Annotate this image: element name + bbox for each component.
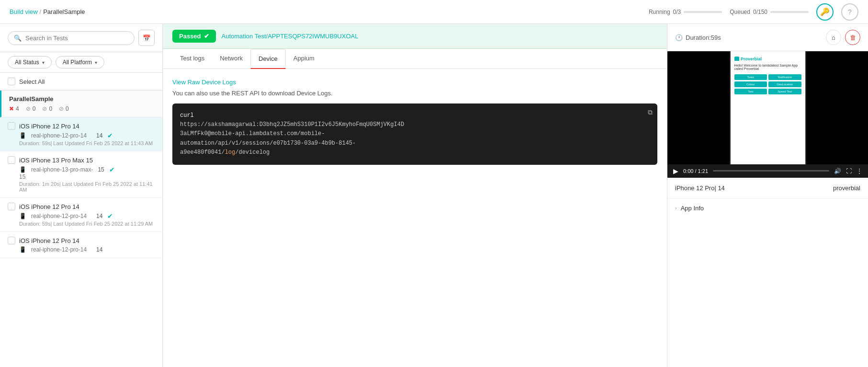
tab-network[interactable]: Network — [212, 49, 250, 69]
more-button[interactable]: ⋮ — [857, 168, 862, 174]
ios-version: 14 — [96, 246, 102, 253]
search-input-wrap: 🔍 — [8, 31, 135, 45]
test-meta-2: 15 — [8, 173, 155, 180]
video-controls: ▶ 0:00 / 1:21 🔊 ⛶ ⋮ — [667, 164, 868, 178]
key-button[interactable]: 🔑 — [816, 3, 834, 21]
running-badge: Running 0/3 — [649, 9, 722, 15]
group-warn1-stat: ⊘ 0 — [26, 105, 36, 112]
center-panel: Passed ✔ Automation Test/APPTESQPS72IWMU… — [163, 24, 667, 367]
right-panel-actions: ⌂ 🗑 — [826, 30, 860, 45]
group-error-stat: ✖ 4 — [9, 105, 19, 112]
fullscreen-button[interactable]: ⛶ — [846, 168, 852, 174]
warn2-icon: ⊘ — [42, 105, 47, 112]
group-stats: ✖ 4 ⊘ 0 ⊘ 0 ⊘ 0 — [9, 105, 155, 112]
test-name: iOS iPhone 13 Pro Max 15 — [19, 157, 93, 164]
device-icon: 📱 — [19, 166, 26, 173]
list-item[interactable]: iOS iPhone 12 Pro 14 📱 real-iphone-12-pr… — [0, 117, 162, 151]
code-line-4: automation/api/v1/sessions/e07b1730-03a9… — [180, 139, 650, 148]
warn3-count: 0 — [66, 105, 69, 112]
group-header: ParallelSample ✖ 4 ⊘ 0 ⊘ 0 ⊘ — [0, 91, 162, 117]
list-item[interactable]: iOS iPhone 12 Pro 14 📱 real-iphone-12-pr… — [0, 232, 162, 258]
test-checkbox[interactable] — [8, 203, 15, 210]
filter-bar: All Status ▾ All Platform ▾ — [0, 52, 162, 73]
volume-button[interactable]: 🔊 — [834, 168, 841, 174]
svg-rect-0 — [734, 57, 739, 61]
select-all-row: Select All — [0, 73, 162, 91]
copy-button[interactable]: ⧉ — [648, 108, 653, 116]
code-block: ⧉ curl https://sakshamagarwal:D3bhq2JZ5m… — [172, 103, 657, 165]
calendar-button[interactable]: 📅 — [138, 30, 155, 46]
view-raw-link[interactable]: View Raw Device Logs — [172, 79, 657, 86]
device-icon: 📱 — [19, 246, 26, 253]
breadcrumb-link[interactable]: Build view — [10, 8, 38, 15]
test-duration: Duration: 1m 20s| Last Updated Fri Feb 2… — [8, 181, 155, 193]
breadcrumb-current: ParallelSample — [43, 8, 85, 15]
warn3-icon: ⊘ — [59, 105, 64, 112]
app-info-toggle[interactable]: › App Info — [675, 205, 860, 212]
tab-test-logs[interactable]: Test logs — [172, 49, 212, 69]
passed-header: Passed ✔ Automation Test/APPTESQPS72IWMU… — [163, 24, 667, 49]
passed-test-name: Automation Test/APPTESQPS72IWMUB9UXOAL — [222, 33, 359, 40]
video-progress-bar[interactable] — [713, 170, 829, 172]
tab-appium[interactable]: Appium — [286, 49, 322, 69]
help-button[interactable]: ? — [841, 3, 858, 21]
group-name: ParallelSample — [9, 95, 155, 103]
app-buttons: Toast Notification Colour GeoLocation Te… — [734, 74, 801, 94]
test-meta: 📱 real-iphone-12-pro-14 14 — [8, 246, 155, 253]
queued-label: Queued — [730, 9, 750, 15]
warn1-count: 0 — [33, 105, 36, 112]
queued-count: 0/150 — [753, 9, 767, 15]
device-icon: 📱 — [19, 132, 26, 139]
play-button[interactable]: ▶ — [673, 167, 678, 175]
app-btn-speedtest: Speed Test — [768, 89, 801, 94]
test-duration: Duration: 59s| Last Updated Fri Feb 25 2… — [8, 140, 155, 146]
app-info-section: › App Info — [667, 199, 868, 218]
test-checkbox[interactable] — [8, 237, 15, 244]
select-all-checkbox[interactable] — [8, 78, 15, 85]
app-info-label: App Info — [681, 205, 704, 212]
app-name-label: proverbial — [833, 184, 860, 192]
select-all-label: Select All — [19, 78, 45, 85]
breadcrumb: Build view / ParallelSample — [10, 8, 85, 15]
time-current: 0:00 — [683, 168, 693, 174]
app-btn-geolocation: GeoLocation — [768, 81, 801, 87]
code-line-5: a9ee480f0041/log/devicelog — [180, 148, 650, 157]
platform-filter-label: All Platform — [63, 59, 92, 66]
queued-progress — [770, 11, 809, 13]
error-count: 4 — [16, 105, 19, 112]
sidebar-content: ParallelSample ✖ 4 ⊘ 0 ⊘ 0 ⊘ — [0, 91, 162, 367]
pass-icon: ✔ — [109, 166, 115, 173]
app-btn-text: Text — [734, 89, 767, 94]
platform-filter-chevron: ▾ — [95, 60, 97, 65]
device-icon: 📱 — [19, 213, 26, 219]
test-checkbox[interactable] — [8, 122, 15, 130]
queued-badge: Queued 0/150 — [730, 9, 809, 15]
test-meta: 📱 real-iphone-13-pro-max- 15 ✔ — [8, 166, 155, 173]
status-filter-label: All Status — [15, 59, 39, 66]
group-warn2-stat: ⊘ 0 — [42, 105, 52, 112]
status-filter[interactable]: All Status ▾ — [8, 56, 52, 69]
warn1-icon: ⊘ — [26, 105, 31, 112]
breadcrumb-separator: / — [40, 8, 42, 15]
passed-checkmark: ✔ — [204, 33, 209, 40]
test-duration: Duration: 59s| Last Updated Fri Feb 25 2… — [8, 221, 155, 227]
delete-button[interactable]: 🗑 — [845, 30, 860, 45]
list-item[interactable]: iOS iPhone 12 Pro 14 📱 real-iphone-12-pr… — [0, 198, 162, 232]
app-btn-toast: Toast — [734, 74, 767, 80]
test-name: iOS iPhone 12 Pro 14 — [19, 203, 79, 210]
device-name: real-iphone-13-pro-max- — [31, 166, 93, 173]
tab-device[interactable]: Device — [250, 49, 286, 69]
time-total: 1:21 — [698, 168, 708, 174]
app-btn-colour: Colour — [734, 81, 767, 87]
home-button[interactable]: ⌂ — [826, 30, 841, 45]
phone-frame: REC 📶 🔋 Proverbial Hello! Welcome to lam… — [730, 51, 806, 164]
status-filter-chevron: ▾ — [42, 60, 45, 65]
top-right: Running 0/3 Queued 0/150 🔑 ? — [649, 3, 858, 21]
pass-icon: ✔ — [107, 212, 113, 220]
platform-filter[interactable]: All Platform ▾ — [56, 56, 104, 69]
test-checkbox[interactable] — [8, 156, 15, 164]
list-item[interactable]: iOS iPhone 13 Pro Max 15 📱 real-iphone-1… — [0, 151, 162, 198]
search-input[interactable] — [25, 34, 128, 42]
device-info: iPhone 12 Pro| 14 proverbial — [667, 178, 868, 199]
search-icon: 🔍 — [14, 34, 22, 42]
